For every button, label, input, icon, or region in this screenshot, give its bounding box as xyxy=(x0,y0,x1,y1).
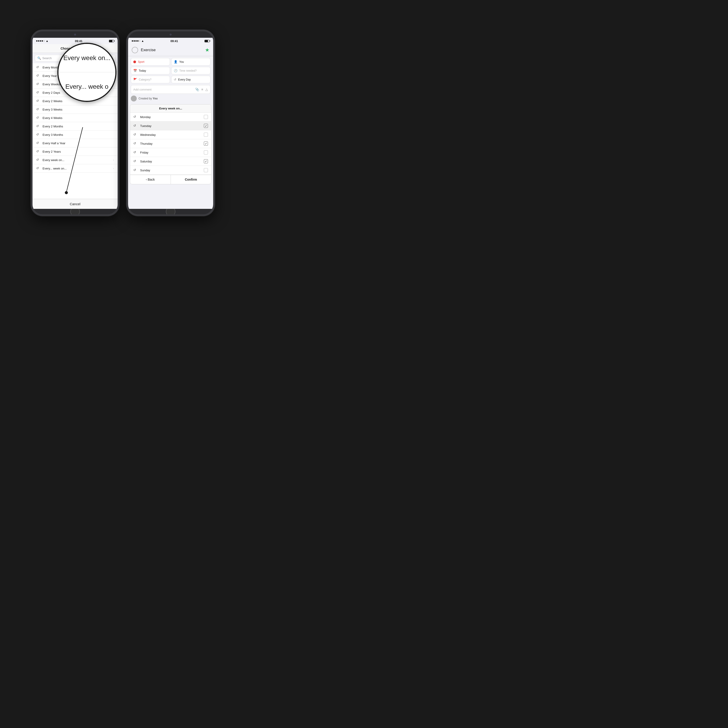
list-item-label: Every 3 Months xyxy=(43,133,114,136)
recur-icon: ↺ xyxy=(36,166,40,170)
phone-2-notch xyxy=(128,31,213,38)
phone-2-home xyxy=(128,209,213,214)
status-bar-1: ▲ 09:41 xyxy=(32,38,118,44)
saturday-checkbox[interactable]: ✓ xyxy=(204,159,208,163)
day-item-saturday[interactable]: ↺ Saturday ✓ xyxy=(130,157,211,166)
wednesday-checkbox[interactable] xyxy=(204,133,208,137)
status-time-1: 09:41 xyxy=(75,39,83,43)
list-item-label: Every... week on... xyxy=(43,167,111,170)
list-item[interactable]: ↺ Every 4 Weeks xyxy=(32,114,118,122)
status-time-2: 09:41 xyxy=(170,39,178,43)
created-by-text: Created by You xyxy=(139,97,158,100)
created-by-section: Created by You xyxy=(128,94,213,103)
magnifier: Every week on... Every... week o xyxy=(57,43,116,102)
battery-2-icon xyxy=(205,40,210,42)
day-label: Saturday xyxy=(140,160,201,163)
star-icon[interactable]: ★ xyxy=(205,47,210,53)
list-item-label: Every 3 Weeks xyxy=(43,108,114,111)
created-by-name: You xyxy=(153,97,158,100)
list-item[interactable]: ↺ Every 3 Months xyxy=(32,131,118,139)
signal-2-icon xyxy=(132,40,141,41)
recur-icon: ↺ xyxy=(133,142,138,145)
power-button-2 xyxy=(214,72,215,87)
day-item-friday[interactable]: ↺ Friday xyxy=(130,148,211,157)
status-right-1 xyxy=(109,40,114,42)
recur-icon: ↺ xyxy=(133,124,138,128)
recur-icon: ↺ xyxy=(36,82,40,86)
list-item-label: Every Half a Year xyxy=(43,142,114,145)
day-label: Tuesday xyxy=(140,124,201,128)
search-icon: 🔍 xyxy=(37,57,41,60)
recur-icon: ↺ xyxy=(36,150,40,154)
phone-1-device: ▲ 09:41 Choose recurrence 🔍 Search xyxy=(31,29,119,216)
list-item-every-week-on[interactable]: ↺ Every week on... › xyxy=(32,156,118,164)
list-item[interactable]: ↺ Every 2 Years xyxy=(32,147,118,156)
search-input[interactable]: Search xyxy=(42,57,52,60)
recur-icon: ↺ xyxy=(36,124,40,128)
avatar xyxy=(131,96,137,101)
recurrence-label: Every Day xyxy=(178,78,191,81)
wifi-icon: ▲ xyxy=(46,39,49,43)
list-item-label: Every 2 Months xyxy=(43,125,114,128)
recur-icon: ↺ xyxy=(36,133,40,137)
day-picker-actions: ‹ Back Confirm xyxy=(130,175,211,184)
friday-checkbox[interactable] xyxy=(204,150,208,154)
status-left-2: ▲ xyxy=(132,39,144,43)
recur-icon: ↺ xyxy=(36,158,40,162)
sport-field-button[interactable]: Sport xyxy=(131,58,170,66)
recur-icon: ↺ xyxy=(36,65,40,69)
comment-area[interactable]: Add comment 📎 ≡ △ xyxy=(131,85,210,94)
sunday-checkbox[interactable] xyxy=(204,168,208,172)
cancel-button[interactable]: Cancel xyxy=(32,199,118,209)
magnifier-content: Every week on... Every... week o xyxy=(58,44,115,101)
attachment-icon[interactable]: 📎 xyxy=(195,87,199,91)
day-picker-title: Every week on... xyxy=(130,104,211,113)
status-left-1: ▲ xyxy=(36,39,49,43)
recurrence-icon: ↺ xyxy=(174,78,176,81)
you-label: You xyxy=(179,60,184,63)
battery-icon xyxy=(109,40,114,42)
day-item-sunday[interactable]: ↺ Sunday xyxy=(130,166,211,175)
phone-2-device: ▲ 09:41 Exercise ★ Sport xyxy=(126,29,215,216)
day-picker: Every week on... ↺ Monday ↺ Tuesday ✓ ↺ … xyxy=(130,104,211,184)
confirm-label: Confirm xyxy=(185,178,197,181)
day-item-wednesday[interactable]: ↺ Wednesday xyxy=(130,130,211,139)
list-item[interactable]: ↺ Every Half a Year xyxy=(32,139,118,147)
list-icon[interactable]: ≡ xyxy=(201,87,203,91)
time-field-button[interactable]: 🕐 Time needed? xyxy=(171,67,210,74)
monday-checkbox[interactable] xyxy=(204,115,208,119)
phone-1: ▲ 09:41 Choose recurrence 🔍 Search xyxy=(31,29,119,216)
signal-icon xyxy=(36,40,45,41)
list-item[interactable]: ↺ Every 3 Weeks xyxy=(32,106,118,114)
recur-icon: ↺ xyxy=(133,133,138,137)
sport-dot-icon xyxy=(133,61,136,63)
day-label: Wednesday xyxy=(140,133,201,136)
list-item[interactable]: ↺ Every 2 Months xyxy=(32,122,118,131)
recurrence-field-button[interactable]: ↺ Every Day xyxy=(171,76,210,83)
task-complete-button[interactable] xyxy=(132,47,138,53)
day-item-thursday[interactable]: ↺ Thursday ✓ xyxy=(130,139,211,148)
volume-button xyxy=(31,68,32,77)
thursday-checkbox[interactable]: ✓ xyxy=(204,142,208,145)
category-field-button[interactable]: 🚩 Category? xyxy=(131,76,170,83)
back-label: Back xyxy=(148,178,155,181)
day-item-monday[interactable]: ↺ Monday xyxy=(130,113,211,121)
sport-label: Sport xyxy=(138,60,144,63)
category-placeholder: Category? xyxy=(139,78,151,81)
flag-icon: 🚩 xyxy=(133,78,137,81)
day-item-tuesday[interactable]: ↺ Tuesday ✓ xyxy=(130,121,211,130)
drive-icon[interactable]: △ xyxy=(205,87,208,91)
recur-icon: ↺ xyxy=(36,99,40,103)
task-title: Exercise xyxy=(141,48,202,52)
recur-icon: ↺ xyxy=(36,107,40,112)
date-field-button[interactable]: 📅 Today xyxy=(131,67,170,74)
list-item-every-n-week-on[interactable]: ↺ Every... week on... › xyxy=(32,164,118,173)
recur-icon: ↺ xyxy=(36,116,40,120)
mag-text-1: Every week on... xyxy=(63,54,110,62)
volume-button-2 xyxy=(126,68,127,77)
clock-icon: 🕐 xyxy=(174,69,177,72)
confirm-button[interactable]: Confirm xyxy=(171,175,211,184)
tuesday-checkbox[interactable]: ✓ xyxy=(204,124,208,128)
back-button[interactable]: ‹ Back xyxy=(130,175,171,184)
assignee-field-button[interactable]: 👤 You xyxy=(171,58,210,66)
